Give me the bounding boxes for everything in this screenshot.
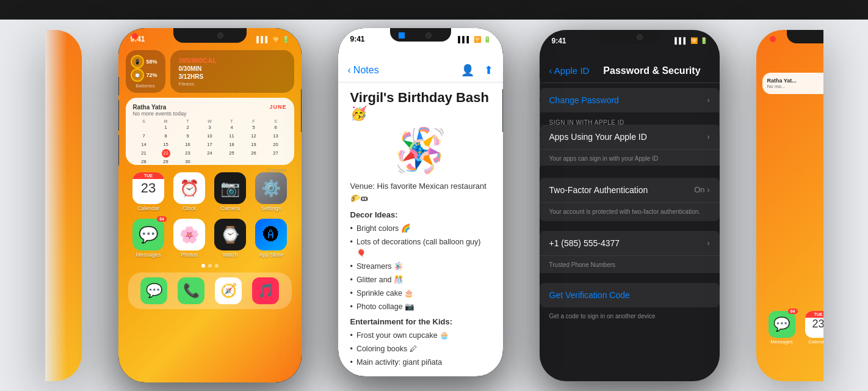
volume-up-button-3[interactable] (540, 102, 540, 133)
decor-item-6: • Photo collage 📷 (350, 301, 491, 313)
calendar-widget: Ratha Yatra No more events today JUNE S … (126, 98, 294, 165)
minutes: 0/30MIN (179, 65, 286, 72)
dock-phone[interactable]: 📞 (178, 277, 204, 304)
battery-item-1: 📱 (131, 55, 144, 68)
clock-app-label: Clock (183, 205, 197, 211)
app-calendar[interactable]: TUE 23 Calendar (132, 172, 164, 211)
phone-notes: 9:41 ▌▌▌ 🛜 🔋 ‹ Notes 👤 ⬆ (338, 28, 503, 376)
phones-container: 9:41 ▌▌▌ 🛜 🔋 📱 5 (0, 0, 868, 391)
app-watch[interactable]: ⌚ Watch (214, 219, 246, 258)
app-settings[interactable]: ⚙️ Settings (255, 172, 287, 211)
notch-2 (390, 28, 451, 42)
two-factor-row[interactable]: Two-Factor Authentication On › (540, 178, 720, 202)
camera-dot (217, 32, 223, 38)
settings-status-icons: ▌▌▌ 🛜 🔋 (675, 37, 707, 44)
app-photos[interactable]: 🌸 Photos (173, 219, 205, 258)
settings-back-label: Apple ID (554, 65, 590, 76)
apps-apple-id-row[interactable]: Apps Using Your Apple ID › (540, 125, 720, 149)
pinata-image: 🪅 (350, 129, 491, 172)
two-factor-desc: Your account is protected with two-facto… (540, 202, 720, 221)
settings-status-time: 9:41 (552, 37, 566, 45)
share-icon[interactable]: ⬆ (484, 64, 493, 77)
app-messages[interactable]: 💬 64 Messages (132, 219, 164, 258)
venue-text: Venue: His favorite Mexican restaurant 🌮… (350, 180, 491, 204)
decor-section-title: Decor Ideas: (350, 210, 491, 219)
battery-item-2: ⌚ (131, 68, 144, 82)
two-factor-value: On › (694, 185, 709, 194)
dock-music[interactable]: 🎵 (252, 277, 279, 304)
calendar-event-name: Ratha Yatra (133, 104, 187, 111)
chevron-right-icon: › (707, 96, 710, 104)
get-verification-label: Get Verification Code (549, 290, 630, 300)
battery-widget: 📱 58% ⌚ 72% Batteries (126, 50, 165, 93)
bullet-icon: • (350, 330, 353, 342)
batteries-label: Batteries (136, 83, 155, 89)
widgets-row: 📱 58% ⌚ 72% Batteries (118, 45, 302, 98)
notes-status-icons: ▌▌▌ 🛜 🔋 (458, 36, 490, 43)
power-button[interactable] (301, 89, 302, 132)
phone-right-partial: ▌▌▌ Ratha Yat... No mo... 💬 64 Messages (756, 30, 823, 381)
get-verification-row[interactable]: Get Verification Code (540, 283, 720, 307)
app-icons-row-1: TUE 23 Calendar ⏰ Clock 📷 Camera (118, 169, 302, 215)
phone2-screen: 9:41 ▌▌▌ 🛜 🔋 ‹ Notes 👤 ⬆ (338, 28, 503, 376)
camera-dot-3 (637, 34, 643, 40)
status-icons: ▌▌▌ 🛜 🔋 (256, 36, 289, 43)
battery-pct-2: 72% (146, 72, 157, 78)
change-password-label: Change Password (549, 95, 619, 105)
dock-safari[interactable]: 🧭 (215, 277, 242, 304)
decor-item-1: • Bright colors 🌈 (350, 223, 491, 235)
phone-number-text: +1 (585) 555-4377 (549, 238, 620, 248)
partial-calendar-name: Ratha Yat... (767, 78, 823, 84)
decor-item-4-text: Glitter and 🎊 (356, 274, 403, 286)
partial-messages: 💬 64 Messages (769, 311, 795, 345)
divider-2 (540, 166, 720, 178)
dock-messages[interactable]: 💬 (140, 277, 167, 304)
two-factor-label: Two-Factor Authentication (549, 185, 648, 195)
decor-item-5-text: Sprinkle cake 🎂 (356, 288, 414, 299)
power-button-2[interactable] (502, 89, 503, 132)
calories: 385/800CAL (179, 57, 286, 64)
calendar-app-label: Calendar (137, 205, 160, 211)
mute-button-3[interactable] (540, 79, 540, 97)
messages-app-label: Messages (136, 252, 161, 258)
bullet-icon: • (350, 288, 353, 299)
settings-nav: ‹ Apple ID Password & Security (540, 47, 720, 83)
notch (173, 28, 247, 43)
get-verification-desc: Get a code to sign in on another device (540, 307, 720, 323)
chevron-right-icon-2: › (707, 133, 710, 141)
app-clock[interactable]: ⏰ Clock (173, 172, 205, 211)
dot-1 (201, 264, 205, 268)
share-person-icon[interactable]: 👤 (461, 64, 474, 77)
settings-back-button[interactable]: ‹ Apple ID (549, 65, 590, 76)
hours: 3/12HRS (179, 73, 286, 80)
partial-calendar-icon: TUE 23 Calendar (805, 311, 823, 345)
calendar-icon-day: 23 (141, 180, 156, 196)
decor-item-4: • Glitter and 🎊 (350, 274, 491, 286)
chevron-right-icon-3: › (707, 239, 710, 247)
decor-item-3-text: Streamers 🪅 (356, 261, 403, 272)
change-password-row[interactable]: Change Password › (540, 88, 720, 112)
wifi-icon: 🛜 (272, 36, 280, 43)
decor-item-3: • Streamers 🪅 (350, 261, 491, 272)
top-bar (0, 0, 868, 20)
app-appstore[interactable]: 🅐 App Store (255, 219, 287, 258)
volume-down-button[interactable] (118, 135, 119, 166)
bullet-icon: • (350, 274, 353, 286)
bullet-icon: • (350, 301, 353, 313)
phone-number-row[interactable]: +1 (585) 555-4377 › (540, 231, 720, 255)
divider (540, 83, 720, 88)
battery-icon-2: 🔋 (483, 36, 491, 43)
bullet-icon: • (350, 261, 353, 272)
calendar-icon-month: TUE (132, 172, 164, 179)
sign-in-section: SIGN IN WITH APPLE ID (540, 112, 720, 125)
notes-back-label: Notes (353, 65, 379, 76)
notch-3 (599, 30, 660, 43)
bullet-icon: • (350, 223, 353, 235)
power-button-3[interactable] (719, 91, 720, 134)
notes-back-button[interactable]: ‹ Notes (348, 65, 379, 76)
decor-item-1-text: Bright colors 🌈 (356, 223, 411, 235)
app-camera[interactable]: 📷 Camera (214, 172, 246, 211)
volume-down-button-3[interactable] (540, 137, 540, 167)
mute-button[interactable] (118, 77, 119, 95)
volume-up-button[interactable] (118, 100, 119, 131)
